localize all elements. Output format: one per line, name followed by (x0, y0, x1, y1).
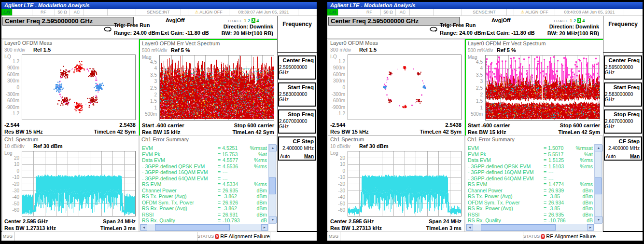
scroll-up-button[interactable]: ▲ (595, 145, 602, 151)
y-tick-label: 2.5 (476, 85, 483, 91)
status-coupling: AC (70, 9, 84, 15)
y-tick-label: 1.5 (150, 98, 157, 104)
ref-level-label: Ref 30 dBm (33, 143, 63, 149)
y-tick-label: 2.5 (150, 85, 157, 91)
status-strip: LXI RF 50 Ω AC SENSE:INT ⚠ALIGN OFF 08:4… (327, 9, 643, 16)
status-spacer (434, 9, 462, 15)
trace-indicator: TRACE1234 (227, 18, 259, 23)
scrollbar-thumb[interactable] (481, 224, 556, 230)
y-tick-label: 500m (145, 111, 157, 117)
y-tick-label: 300m (7, 78, 19, 83)
measurement-grid: Layer0 OFDM Meas 300 m/div Ref 1.5 I-Q 1… (1, 39, 277, 231)
error-summary-row: Channel Power=26.939dBm (468, 188, 593, 194)
scroll-down-button[interactable]: ▼ (595, 217, 602, 223)
message-bar: MSG STATUS ✕ RF Alignment Failure (1, 231, 317, 241)
trigger-readout: Trig: Free Run (114, 22, 150, 28)
timelen-label: TimeLen 42 Sym (232, 129, 274, 135)
scrollbar-thumb[interactable] (595, 177, 602, 194)
error-summary-window[interactable]: Ch1 Error Summary EVM=4.5251%rmsatEVM Pk… (139, 136, 277, 232)
window-title-label: Ch1 Error Summary (467, 136, 515, 142)
y-tick-label: 900m (7, 65, 19, 70)
window-title-label: Layer0 OFDM Meas (4, 40, 52, 46)
softkey-start-freq[interactable]: Start Freq2.583000000 GHz (278, 82, 316, 107)
y-tick-label: -1.2 (11, 111, 19, 116)
error-summary-row: RS Rx. Power (Avg)=-3.85dBm (468, 205, 593, 212)
error-summary-row: EVM=1.5070%rmsat (468, 145, 593, 151)
toggle-man[interactable]: Man (630, 154, 640, 159)
status-spacer (624, 9, 643, 15)
toggle-auto[interactable]: Auto (280, 154, 290, 159)
window-title-label: Ch1 Error Summary (141, 136, 189, 142)
window-titlebar[interactable]: Agilent LTE - Modulation Analysis (1, 2, 317, 9)
res-bw-label: Res BW 15 kHz (142, 129, 180, 135)
y-tick-label: 4.5 (150, 59, 157, 64)
y-tick-label: -20 (13, 181, 19, 187)
scroll-right-button[interactable]: ► (261, 224, 268, 230)
softkey-menu-title: Frequency (278, 16, 317, 53)
horizontal-scrollbar[interactable]: ◄ ► (140, 224, 268, 231)
softkey-cf-step[interactable]: CF Step2.400000 MHzAutoMan (604, 136, 642, 161)
softkey-stop-freq[interactable]: Stop Freq2.607000000 GHz (604, 109, 642, 134)
error-summary-row: OFDM Sym. Tx. Power=26.926dBm (142, 200, 267, 206)
evm-spectrum-plot (159, 55, 274, 121)
softkey-center-freq[interactable]: Center Freq2.595000000 GHz (604, 55, 642, 80)
status-impedance: 50 Ω (381, 9, 396, 15)
scale-label: 10 dB/div (330, 144, 350, 149)
softkey-cf-step[interactable]: CF Step2.400000 MHzAutoMan (278, 136, 316, 161)
softkey-title: Start Freq (288, 84, 314, 90)
softkey-list: Center Freq2.595000000 GHzStart Freq2.58… (278, 55, 317, 161)
message-bar-end (270, 232, 317, 241)
softkey-title: CF Step (619, 138, 640, 144)
timelen-label: TimeLen 42 Sym (558, 129, 600, 135)
scroll-right-button[interactable]: ► (587, 224, 594, 230)
y-tick-label: 0 (342, 168, 345, 173)
toggle-man[interactable]: Man (304, 154, 314, 159)
constellation-window[interactable]: Layer0 OFDM Meas 300 m/div Ref 1.5 I-Q 1… (2, 39, 139, 136)
scroll-up-button[interactable]: ▲ (269, 145, 277, 151)
error-summary-row: RS Tx. Power (Avg)=-3.85dBm (468, 193, 593, 200)
scrollbar-thumb[interactable] (155, 224, 230, 230)
spectrum-plot (22, 151, 136, 217)
vertical-scrollbar[interactable]: ▲ ▼ (268, 144, 276, 224)
y-tick-label: 10 (340, 162, 345, 167)
span-label: Span 24 MHz (103, 218, 136, 224)
y-tick-label: 20 (340, 155, 345, 160)
direction-readout: Direction: Downlink (224, 24, 273, 29)
range-readout: Range: 24.00 dBm (114, 30, 160, 36)
status-spacer (108, 9, 136, 15)
status-impedance: 50 Ω (55, 9, 70, 15)
start-carrier-label: Start -600 carrier (142, 122, 184, 128)
constellation-window[interactable]: Layer0 OFDM Meas 300 m/div Ref 1.5 I-Q 1… (328, 39, 465, 136)
trace-1: 1 (570, 18, 573, 23)
error-summary-window[interactable]: Ch1 Error Summary EVM=1.5070%rmsatEVM Pk… (465, 136, 603, 232)
softkey-value: 2.607000000 GHz (279, 119, 314, 129)
y-tick-label: -40 (13, 194, 19, 200)
scroll-left-button[interactable]: ◄ (140, 224, 147, 230)
evm-spectrum-window[interactable]: Layer0 OFDM Err Vect Spectrum 500 m%/div… (139, 39, 278, 136)
evm-spectrum-window[interactable]: Layer0 OFDM Err Vect Spectrum 500 m%/div… (465, 39, 604, 136)
y-axis-ticks: 1.2900m600m300m0-300m-600m-900m-1.2 (2, 54, 20, 120)
toggle-auto[interactable]: Auto (606, 154, 616, 159)
scroll-left-button[interactable]: ◄ (466, 224, 473, 230)
range-readout: Range: 24.00 dBm (440, 30, 486, 36)
window-titlebar[interactable]: Agilent LTE - Modulation Analysis (327, 2, 643, 9)
softkey-value: 2.400000 MHz (282, 146, 314, 151)
ext-gain-readout: Ext Gain: -11.80 dB (161, 30, 209, 36)
softkey-center-freq[interactable]: Center Freq2.595000000 GHz (278, 55, 316, 80)
spectrum-window[interactable]: Ch1 Spectrum 10 dB/div Ref 30 dBm Log 20… (2, 136, 139, 232)
y-tick-label: 3.5 (150, 72, 157, 77)
horizontal-scrollbar[interactable]: ◄ ► (466, 224, 594, 231)
y-axis-ticks: 20100-10-20-30-40-50-60 (328, 151, 346, 217)
span-label: Span 24 MHz (429, 218, 462, 224)
scroll-down-button[interactable]: ▼ (269, 217, 277, 223)
scale-label: 500 m%/div (142, 48, 167, 53)
timelen-label: TimeLen 3 ms (426, 225, 462, 231)
spectrum-window[interactable]: Ch1 Spectrum 10 dB/div Ref 30 dBm Log 20… (328, 136, 465, 232)
vertical-scrollbar[interactable]: ▲ ▼ (594, 144, 602, 224)
scrollbar-thumb[interactable] (269, 177, 276, 194)
y-tick-label: 0 (16, 85, 19, 90)
softkey-stop-freq[interactable]: Stop Freq2.607000000 GHz (278, 109, 316, 134)
constellation-plot (348, 54, 462, 120)
status-sense: SENSE:INT (462, 9, 507, 15)
softkey-start-freq[interactable]: Start Freq2.583000000 GHz (604, 82, 642, 107)
